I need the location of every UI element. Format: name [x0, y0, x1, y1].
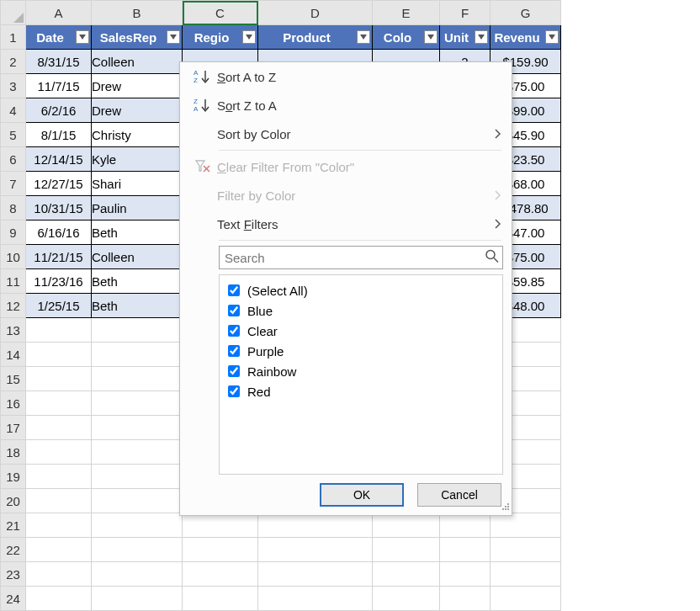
cell-date[interactable]: 8/31/15 [26, 50, 92, 74]
row-header[interactable]: 19 [1, 465, 26, 489]
empty-cell[interactable] [92, 367, 183, 391]
empty-cell[interactable] [26, 391, 92, 416]
empty-cell[interactable] [92, 538, 183, 562]
row-header[interactable]: 11 [1, 269, 26, 294]
empty-cell[interactable] [183, 587, 258, 611]
filter-dropdown-icon[interactable] [357, 30, 370, 44]
cell-salesrep[interactable]: Drew [92, 74, 183, 98]
cell-date[interactable]: 11/7/15 [26, 74, 92, 98]
empty-cell[interactable] [258, 538, 373, 562]
empty-cell[interactable] [92, 587, 183, 611]
cell-date[interactable]: 8/1/15 [26, 123, 92, 147]
row-header[interactable]: 12 [1, 294, 26, 318]
column-header-A[interactable]: A [26, 1, 92, 25]
empty-cell[interactable] [92, 416, 183, 440]
filter-checkbox[interactable] [228, 325, 240, 337]
resize-grip-icon[interactable] [500, 500, 510, 513]
row-header[interactable]: 5 [1, 123, 26, 147]
row-header[interactable]: 16 [1, 391, 26, 416]
filter-checkbox[interactable] [228, 284, 240, 296]
row-header[interactable]: 3 [1, 74, 26, 98]
sort-by-color-item[interactable]: Sort by Color [180, 120, 512, 148]
cell-salesrep[interactable]: Beth [92, 294, 183, 318]
filter-dropdown-icon[interactable] [167, 30, 180, 44]
empty-cell[interactable] [183, 562, 258, 587]
select-all-corner[interactable] [1, 1, 26, 25]
cell-salesrep[interactable]: Colleen [92, 245, 183, 269]
sort-descending-item[interactable]: Z A Sort Z to A [180, 91, 512, 120]
empty-cell[interactable] [92, 489, 183, 513]
row-header[interactable]: 15 [1, 367, 26, 391]
row-header[interactable]: 7 [1, 172, 26, 196]
row-header[interactable]: 18 [1, 440, 26, 465]
empty-cell[interactable] [26, 367, 92, 391]
row-header[interactable]: 24 [1, 587, 26, 611]
empty-cell[interactable] [92, 318, 183, 343]
cell-salesrep[interactable]: Paulin [92, 196, 183, 220]
empty-cell[interactable] [258, 562, 373, 587]
cell-date[interactable]: 10/31/15 [26, 196, 92, 220]
column-header-G[interactable]: G [491, 1, 561, 25]
row-header[interactable]: 17 [1, 416, 26, 440]
filter-option[interactable]: Purple [225, 341, 497, 361]
empty-cell[interactable] [440, 587, 491, 611]
filter-dropdown-icon[interactable] [424, 30, 438, 44]
row-header[interactable]: 9 [1, 220, 26, 245]
row-header[interactable]: 1 [1, 25, 26, 50]
empty-cell[interactable] [440, 562, 491, 587]
cell-date[interactable]: 12/14/15 [26, 147, 92, 172]
cell-salesrep[interactable]: Colleen [92, 50, 183, 74]
ok-button[interactable]: OK [320, 483, 404, 507]
empty-cell[interactable] [373, 562, 440, 587]
empty-cell[interactable] [491, 538, 561, 562]
empty-cell[interactable] [92, 562, 183, 587]
cell-salesrep[interactable]: Shari [92, 172, 183, 196]
filter-values-list[interactable]: (Select All)BlueClearPurpleRainbowRed [219, 274, 503, 475]
empty-cell[interactable] [92, 440, 183, 465]
filter-dropdown-icon[interactable] [76, 30, 89, 44]
row-header[interactable]: 21 [1, 513, 26, 538]
empty-cell[interactable] [92, 465, 183, 489]
row-header[interactable]: 4 [1, 98, 26, 123]
filter-checkbox[interactable] [228, 305, 240, 316]
filter-checkbox[interactable] [228, 385, 240, 397]
empty-cell[interactable] [183, 513, 258, 538]
empty-cell[interactable] [26, 465, 92, 489]
row-header[interactable]: 14 [1, 343, 26, 367]
empty-cell[interactable] [258, 587, 373, 611]
empty-cell[interactable] [491, 513, 561, 538]
row-header[interactable]: 8 [1, 196, 26, 220]
filter-option[interactable]: (Select All) [225, 280, 497, 300]
cell-date[interactable]: 6/16/16 [26, 220, 92, 245]
empty-cell[interactable] [92, 343, 183, 367]
filter-checkbox[interactable] [228, 365, 240, 377]
filter-option[interactable]: Red [225, 381, 497, 401]
empty-cell[interactable] [183, 538, 258, 562]
cell-salesrep[interactable]: Beth [92, 220, 183, 245]
empty-cell[interactable] [491, 587, 561, 611]
column-header-D[interactable]: D [258, 1, 373, 25]
cell-date[interactable]: 1/25/15 [26, 294, 92, 318]
empty-cell[interactable] [92, 513, 183, 538]
cell-date[interactable]: 12/27/15 [26, 172, 92, 196]
filter-dropdown-icon[interactable] [475, 30, 488, 44]
empty-cell[interactable] [26, 440, 92, 465]
empty-cell[interactable] [26, 343, 92, 367]
column-header-B[interactable]: B [92, 1, 183, 25]
cell-salesrep[interactable]: Drew [92, 98, 183, 123]
cell-date[interactable]: 6/2/16 [26, 98, 92, 123]
empty-cell[interactable] [26, 587, 92, 611]
empty-cell[interactable] [491, 562, 561, 587]
cell-salesrep[interactable]: Christy [92, 123, 183, 147]
empty-cell[interactable] [440, 513, 491, 538]
column-header-F[interactable]: F [440, 1, 491, 25]
empty-cell[interactable] [26, 318, 92, 343]
filter-option[interactable]: Clear [225, 321, 497, 341]
sort-ascending-item[interactable]: A Z Sort A to Z [180, 62, 512, 91]
empty-cell[interactable] [26, 513, 92, 538]
row-header[interactable]: 20 [1, 489, 26, 513]
filter-dropdown-icon[interactable] [242, 30, 256, 44]
column-header-C[interactable]: C [183, 1, 258, 25]
row-header[interactable]: 6 [1, 147, 26, 172]
empty-cell[interactable] [26, 416, 92, 440]
